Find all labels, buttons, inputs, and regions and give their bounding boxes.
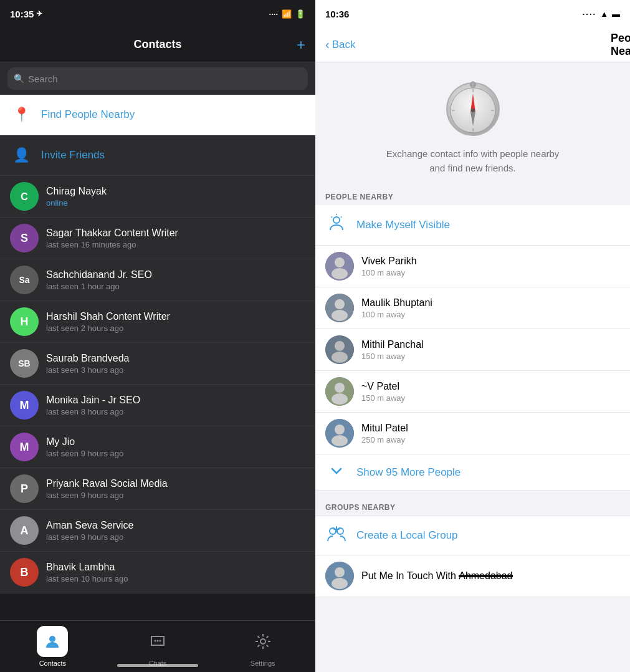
nearby-person-info: Mithil Panchal 150 m away: [361, 339, 424, 361]
put-in-touch-item[interactable]: Put Me In Touch With Ahmedabad: [315, 555, 630, 597]
svg-point-25: [335, 299, 345, 309]
people-nearby-section: PEOPLE NEARBY Make Myself Visible: [315, 188, 630, 491]
list-item[interactable]: Mitul Patel 250 m away: [315, 413, 630, 454]
avatar: [325, 294, 354, 322]
make-visible-item[interactable]: Make Myself Visible: [315, 205, 630, 246]
tab-settings-label: Settings: [251, 660, 275, 667]
contacts-list: 📍 Find People Nearby 👤 Invite Friends C …: [0, 95, 315, 620]
wifi-icon-right: ▲: [600, 9, 608, 19]
tab-chats[interactable]: Chats: [105, 626, 211, 667]
list-item[interactable]: SB Saurab Brandveda last seen 3 hours ag…: [0, 343, 315, 385]
search-bar: 🔍 Search: [0, 62, 315, 95]
list-item[interactable]: ~V Patel 150 m away: [315, 371, 630, 413]
list-item[interactable]: M Monika Jain - Jr SEO last seen 8 hours…: [0, 385, 315, 426]
search-input-container[interactable]: 🔍 Search: [7, 67, 308, 90]
list-item[interactable]: M My Jio last seen 9 hours ago: [0, 426, 315, 468]
list-item[interactable]: S Sagar Thakkar Content Writer last seen…: [0, 218, 315, 259]
avatar: SB: [10, 349, 39, 378]
svg-point-41: [335, 567, 345, 577]
contact-info: Chirag Nayak online: [46, 186, 305, 208]
contact-name: Sagar Thakkar Content Writer: [46, 228, 305, 239]
avatar: C: [10, 182, 39, 211]
make-visible-icon: [325, 214, 348, 236]
contact-status: last seen 1 hour ago: [46, 282, 305, 291]
svg-point-28: [335, 341, 345, 351]
show-more-item[interactable]: Show 95 More People: [315, 454, 630, 491]
avatar: P: [10, 474, 39, 503]
avatar: B: [10, 558, 39, 587]
person-name: Maulik Bhuptani: [361, 297, 432, 309]
find-people-nearby-item[interactable]: 📍 Find People Nearby: [0, 95, 315, 135]
svg-point-42: [332, 578, 348, 589]
avatar: S: [10, 224, 39, 252]
svg-point-32: [332, 393, 348, 405]
list-item[interactable]: B Bhavik Lambha last seen 10 hours ago: [0, 552, 315, 593]
avatar: [325, 419, 354, 448]
create-local-group-item[interactable]: Create a Local Group: [315, 516, 630, 555]
avatar: [325, 377, 354, 406]
battery-icon-left: 🔋: [295, 9, 305, 19]
contact-info: My Jio last seen 9 hours ago: [46, 436, 305, 458]
person-name: Vivek Parikh: [361, 256, 417, 267]
invite-friends-item[interactable]: 👤 Invite Friends: [0, 135, 315, 176]
status-icons-right: ···· ▲ ▬: [583, 9, 620, 19]
list-item[interactable]: P Priyank Raval Social Media last seen 9…: [0, 468, 315, 510]
list-item[interactable]: C Chirag Nayak online: [0, 176, 315, 218]
create-group-icon: [325, 525, 348, 546]
svg-point-31: [335, 383, 345, 393]
contacts-tab-icon: [37, 626, 68, 657]
tab-contacts-label: Contacts: [39, 660, 66, 667]
contact-status: last seen 3 hours ago: [46, 365, 305, 375]
contact-status: last seen 2 hours ago: [46, 324, 305, 333]
people-section: Make Myself Visible Vivek Parikh 100 m a…: [315, 205, 630, 491]
people-nearby-header: PEOPLE NEARBY: [315, 188, 630, 205]
status-bar-right: 10:36 ···· ▲ ▬: [315, 0, 630, 27]
person-distance: 150 m away: [361, 352, 424, 361]
contact-status: last seen 16 minutes ago: [46, 240, 305, 249]
search-placeholder: Search: [28, 74, 58, 84]
search-icon: 🔍: [14, 74, 24, 84]
add-contact-button[interactable]: +: [297, 36, 305, 54]
dots-icon-right: ····: [583, 9, 596, 19]
svg-point-17: [333, 217, 340, 223]
contact-status: last seen 9 hours ago: [46, 491, 305, 500]
svg-point-35: [332, 435, 348, 446]
person-name: Mitul Patel: [361, 423, 408, 434]
svg-point-15: [471, 108, 475, 112]
nearby-person-info: Mitul Patel 250 m away: [361, 423, 408, 444]
person-distance: 100 m away: [361, 310, 432, 319]
list-item[interactable]: A Aman Seva Service last seen 9 hours ag…: [0, 510, 315, 552]
list-item[interactable]: Vivek Parikh 100 m away: [315, 246, 630, 287]
avatar: M: [10, 433, 39, 461]
groups-nearby-header: GROUPS NEARBY: [315, 491, 630, 516]
list-item[interactable]: Maulik Bhuptani 100 m away: [315, 287, 630, 329]
tab-contacts[interactable]: Contacts: [0, 626, 105, 667]
put-touch-name: Put Me In Touch With Ahmedabad: [361, 570, 513, 582]
person-name: Mithil Panchal: [361, 339, 424, 350]
svg-point-29: [332, 352, 348, 363]
list-item[interactable]: Sa Sachchidanand Jr. SEO last seen 1 hou…: [0, 259, 315, 301]
nearby-person-info: Maulik Bhuptani 100 m away: [361, 297, 432, 319]
back-button[interactable]: ‹ Back: [325, 37, 355, 52]
avatar: [325, 252, 354, 281]
tab-settings[interactable]: Settings: [210, 626, 315, 667]
dots-icon-left: ····: [269, 9, 278, 19]
contact-name: Monika Jain - Jr SEO: [46, 395, 305, 406]
svg-text:C: C: [21, 191, 28, 202]
person-distance: 150 m away: [361, 393, 405, 403]
svg-point-5: [160, 640, 161, 642]
contact-name: Bhavik Lambha: [46, 562, 305, 573]
svg-point-16: [470, 82, 475, 88]
contact-status: online: [46, 198, 305, 208]
time-right: 10:36: [325, 9, 349, 19]
avatar: H: [10, 307, 39, 336]
svg-point-26: [332, 310, 348, 321]
list-item[interactable]: H Harshil Shah Content Writer last seen …: [0, 301, 315, 343]
time-left: 10:35: [10, 9, 34, 19]
nav-bar-right: ‹ Back People Nearby: [315, 27, 630, 62]
chevron-left-icon: ‹: [325, 37, 330, 52]
list-item[interactable]: Mithil Panchal 150 m away: [315, 329, 630, 371]
compass-icon: [445, 81, 501, 137]
person-distance: 100 m away: [361, 268, 417, 277]
invite-label: Invite Friends: [41, 149, 105, 161]
